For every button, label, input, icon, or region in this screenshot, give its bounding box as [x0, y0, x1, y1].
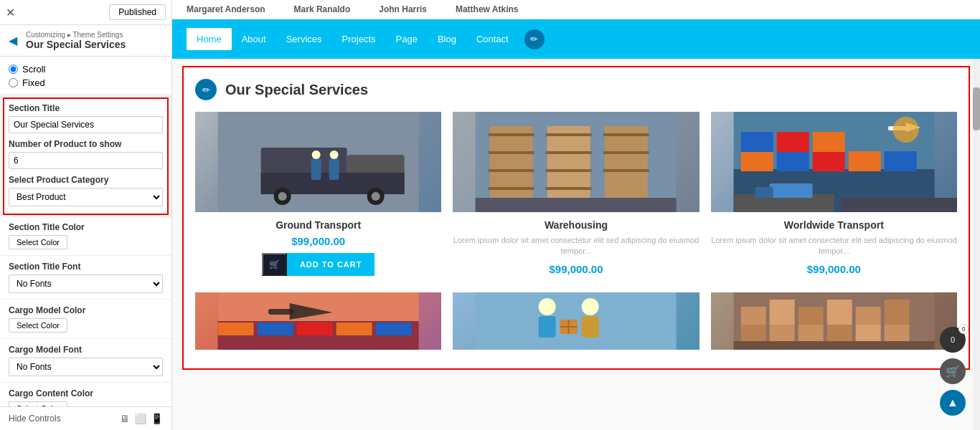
- svg-rect-17: [489, 187, 534, 190]
- svg-rect-10: [329, 158, 339, 180]
- desktop-view-btn[interactable]: 🖥: [120, 413, 130, 424]
- svg-rect-70: [826, 300, 852, 325]
- svg-rect-76: [733, 341, 934, 350]
- add-to-cart-btn-1[interactable]: ADD TO CART: [287, 253, 375, 276]
- close-icon[interactable]: ✕: [6, 6, 15, 19]
- cargo-model-font-select[interactable]: No Fonts: [9, 358, 163, 376]
- nav-contact[interactable]: Contact: [466, 28, 519, 50]
- product-name-1: Ground Transport: [195, 219, 441, 231]
- mobile-view-btn[interactable]: 📱: [151, 413, 163, 424]
- navbar: Home About Services Projects Page Blog C…: [172, 19, 980, 59]
- svg-rect-57: [539, 316, 556, 338]
- section-title-font-label: Section Title Font: [9, 262, 163, 272]
- svg-rect-64: [740, 307, 765, 325]
- scroll-label: Scroll: [22, 64, 46, 75]
- svg-rect-16: [489, 169, 534, 172]
- num-product-label: Number of Product to show: [9, 139, 163, 149]
- content-area: ✏ Our Special Services: [172, 59, 980, 430]
- svg-rect-71: [826, 325, 852, 343]
- hide-controls-label: Hide Controls: [9, 414, 61, 424]
- highlight-fields-box: Section Title Number of Product to show …: [3, 97, 169, 215]
- testimonial-2: Mark Ranaldo: [294, 4, 351, 14]
- product-img-5: [453, 292, 699, 350]
- svg-rect-52: [297, 322, 333, 335]
- svg-rect-51: [258, 322, 293, 335]
- svg-rect-36: [776, 132, 809, 152]
- product-card-2: Warehousing Lorem ipsum dolor sit amet c…: [453, 112, 699, 281]
- scroll-radio[interactable]: [9, 64, 18, 74]
- svg-rect-37: [812, 132, 844, 152]
- product-grid-row2: [195, 292, 957, 357]
- svg-point-56: [539, 298, 556, 315]
- section-title-display: Our Special Services: [225, 82, 368, 98]
- product-card-6: [711, 292, 957, 357]
- svg-rect-65: [740, 325, 765, 343]
- svg-rect-30: [740, 151, 773, 171]
- product-desc-3: Lorem ipsum dolor sit amet consectetur e…: [711, 235, 957, 257]
- left-panel: ✕ Published ◀ Customizing ▸ Theme Settin…: [0, 0, 172, 430]
- product-img-4: [195, 292, 441, 350]
- nav-page[interactable]: Page: [386, 28, 428, 50]
- num-product-input[interactable]: [9, 152, 163, 169]
- float-up-btn[interactable]: ▲: [940, 390, 966, 416]
- product-card-3: Worldwide Transport Lorem ipsum dolor si…: [711, 112, 957, 281]
- published-button[interactable]: Published: [109, 4, 166, 20]
- svg-rect-44: [755, 187, 773, 198]
- fixed-radio[interactable]: [9, 78, 18, 87]
- svg-rect-54: [376, 322, 412, 335]
- testimonials-bar: Margaret Anderson Mark Ranaldo John Harr…: [172, 0, 980, 19]
- svg-rect-32: [812, 151, 844, 171]
- svg-rect-8: [311, 158, 321, 180]
- svg-rect-19: [546, 133, 592, 136]
- cart-icon-part[interactable]: 🛒: [262, 253, 287, 276]
- svg-rect-42: [841, 198, 957, 212]
- svg-rect-21: [546, 169, 592, 172]
- testimonial-1: Margaret Anderson: [187, 4, 265, 14]
- scrollbar-thumb[interactable]: [973, 87, 980, 130]
- product-price-3: $99,000.00: [711, 263, 957, 275]
- select-category-dropdown[interactable]: Best Product: [9, 188, 163, 206]
- transport-svg: [195, 112, 441, 212]
- svg-rect-25: [603, 151, 649, 154]
- nav-about[interactable]: About: [232, 28, 276, 50]
- product-name-3: Worldwide Transport: [711, 219, 957, 231]
- svg-rect-74: [884, 300, 909, 325]
- svg-rect-33: [848, 151, 880, 171]
- product-card-5: [453, 292, 699, 357]
- product-card-1: Ground Transport $99,000.00 🛒 ADD TO CAR…: [195, 112, 441, 281]
- svg-point-58: [582, 298, 599, 315]
- breadcrumb: Customizing ▸ Theme Settings: [26, 31, 163, 39]
- section-edit-btn[interactable]: ✏: [195, 79, 217, 100]
- svg-rect-24: [603, 133, 649, 136]
- nav-services[interactable]: Services: [276, 28, 332, 50]
- section-title-label: Section Title: [9, 103, 163, 113]
- fixed-label: Fixed: [22, 77, 45, 88]
- testimonial-4: Matthew Atkins: [456, 4, 519, 14]
- product-price-2: $99,000.00: [453, 263, 699, 275]
- svg-rect-20: [546, 151, 592, 154]
- nav-blog[interactable]: Blog: [428, 28, 466, 50]
- tablet-view-btn[interactable]: ⬜: [134, 413, 146, 424]
- svg-rect-53: [336, 322, 372, 335]
- cargo-model-color-btn[interactable]: Select Color: [9, 318, 67, 333]
- float-badge-btn[interactable]: 0 0: [940, 327, 966, 353]
- svg-rect-14: [489, 133, 534, 136]
- svg-rect-35: [740, 132, 773, 152]
- nav-projects[interactable]: Projects: [332, 28, 386, 50]
- svg-rect-26: [603, 169, 649, 172]
- section-title-input[interactable]: [9, 116, 163, 133]
- bottom-controls: Hide Controls 🖥 ⬜ 📱: [0, 406, 171, 430]
- svg-rect-75: [884, 325, 909, 343]
- nav-home[interactable]: Home: [187, 28, 232, 50]
- warehouse-svg: [453, 112, 699, 212]
- section-title-color-btn[interactable]: Select Color: [9, 235, 67, 249]
- section-title-font-select[interactable]: No Fonts: [9, 274, 163, 293]
- svg-point-40: [892, 117, 918, 143]
- svg-point-9: [312, 150, 321, 159]
- testimonial-3: John Harris: [379, 4, 427, 14]
- plane-svg: [195, 292, 441, 350]
- float-cart-btn[interactable]: 🛒: [940, 358, 966, 384]
- back-icon[interactable]: ◀: [9, 34, 17, 47]
- section-title-color-label: Section Title Color: [9, 222, 163, 232]
- nav-edit-icon[interactable]: ✏: [524, 29, 545, 49]
